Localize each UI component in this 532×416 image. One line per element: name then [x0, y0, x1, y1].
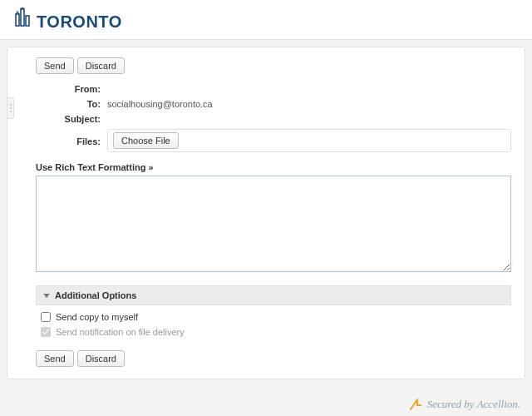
bottom-button-row: Send Discard — [36, 350, 511, 367]
files-dropzone[interactable]: Choose File — [107, 129, 511, 152]
send-notify-checkbox[interactable] — [41, 327, 51, 337]
subject-value[interactable] — [107, 112, 511, 114]
arrow-right-icon: » — [149, 162, 154, 172]
toronto-logo-icon — [15, 7, 33, 29]
from-value — [107, 82, 511, 84]
collapse-triangle-icon — [43, 294, 50, 298]
message-body-input[interactable] — [36, 176, 511, 272]
send-copy-row: Send copy to myself — [41, 312, 506, 322]
subject-row: Subject: — [36, 112, 511, 124]
svg-rect-1 — [21, 9, 24, 26]
accellion-logo-icon — [409, 398, 422, 411]
app-header: TORONTO — [0, 0, 532, 40]
additional-options-body: Send copy to myself Send notification on… — [36, 305, 511, 347]
send-button[interactable]: Send — [36, 57, 74, 74]
compose-card: Send Discard From: To: socialhousing@tor… — [7, 47, 525, 379]
send-button-bottom[interactable]: Send — [36, 350, 74, 367]
files-row: Files: Choose File — [36, 129, 511, 152]
to-row: To: socialhousing@toronto.ca — [36, 97, 511, 109]
svg-rect-2 — [26, 16, 29, 26]
rich-text-toggle[interactable]: Use Rich Text Formatting » — [36, 162, 154, 172]
additional-options-header[interactable]: Additional Options — [36, 285, 511, 305]
subject-label: Subject: — [36, 112, 107, 124]
files-label: Files: — [36, 135, 107, 146]
additional-options-label: Additional Options — [55, 290, 136, 300]
from-row: From: — [36, 82, 511, 94]
to-label: To: — [36, 97, 107, 109]
logo-text: TORONTO — [37, 12, 122, 32]
send-copy-checkbox[interactable] — [41, 312, 51, 322]
send-notify-row: Send notification on file delivery — [41, 327, 506, 337]
from-label: From: — [36, 82, 107, 94]
send-notify-label: Send notification on file delivery — [56, 327, 185, 337]
discard-button-bottom[interactable]: Discard — [77, 350, 125, 367]
choose-file-button[interactable]: Choose File — [113, 132, 179, 149]
discard-button[interactable]: Discard — [77, 57, 125, 74]
rtf-label: Use Rich Text Formatting — [36, 162, 145, 172]
send-copy-label: Send copy to myself — [56, 312, 138, 322]
side-drag-handle[interactable] — [7, 97, 14, 119]
to-value[interactable]: socialhousing@toronto.ca — [107, 97, 511, 109]
footer-text: Secured by Accellion. — [427, 398, 520, 411]
top-button-row: Send Discard — [36, 57, 511, 74]
footer: Secured by Accellion. — [409, 398, 520, 411]
svg-rect-0 — [16, 14, 19, 26]
logo: TORONTO — [15, 7, 122, 32]
